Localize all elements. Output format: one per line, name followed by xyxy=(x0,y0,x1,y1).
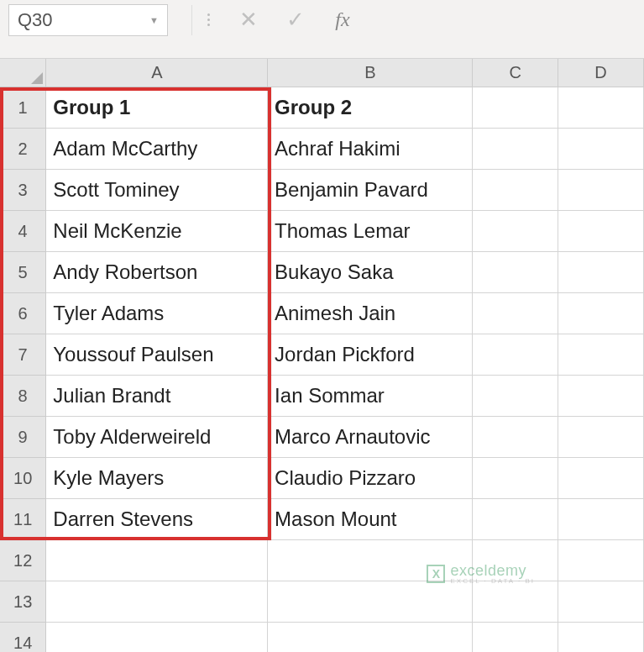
cell-a10[interactable]: Kyle Mayers xyxy=(46,458,268,499)
cell-c2[interactable] xyxy=(473,129,558,170)
cell-a2[interactable]: Adam McCarthy xyxy=(46,129,268,170)
cell-d12[interactable] xyxy=(558,540,644,581)
table-row: 12 xyxy=(0,540,644,581)
x-icon: ✕ xyxy=(239,7,258,33)
cell-b8[interactable]: Ian Sommar xyxy=(268,376,473,417)
cell-d5[interactable] xyxy=(558,252,644,293)
table-row: 4 Neil McKenzie Thomas Lemar xyxy=(0,211,644,252)
cell-a1[interactable]: Group 1 xyxy=(46,87,268,129)
cell-a14[interactable] xyxy=(46,623,268,652)
name-box[interactable]: Q30 ▼ xyxy=(8,4,168,36)
table-row: 3 Scott Tominey Benjamin Pavard xyxy=(0,170,644,211)
column-header-d[interactable]: D xyxy=(558,59,644,87)
cell-a7[interactable]: Youssouf Paulsen xyxy=(46,334,268,376)
table-row: 7 Youssouf Paulsen Jordan Pickford xyxy=(0,334,644,376)
row-header-2[interactable]: 2 xyxy=(0,129,46,170)
cell-d4[interactable] xyxy=(558,211,644,252)
cell-b10[interactable]: Claudio Pizzaro xyxy=(268,458,473,499)
cell-d7[interactable] xyxy=(558,334,644,376)
row-header-9[interactable]: 9 xyxy=(0,417,46,458)
cell-c1[interactable] xyxy=(473,87,558,129)
row-header-5[interactable]: 5 xyxy=(0,252,46,293)
cell-c14[interactable] xyxy=(473,623,558,652)
cell-d2[interactable] xyxy=(558,129,644,170)
row-header-8[interactable]: 8 xyxy=(0,376,46,417)
table-row: 8 Julian Brandt Ian Sommar xyxy=(0,376,644,417)
table-row: 14 xyxy=(0,623,644,652)
row-header-7[interactable]: 7 xyxy=(0,334,46,376)
cell-d13[interactable] xyxy=(558,581,644,623)
column-header-a[interactable]: A xyxy=(46,59,268,87)
cell-a13[interactable] xyxy=(46,581,268,623)
table-row: 1 Group 1 Group 2 xyxy=(0,87,644,129)
cell-d14[interactable] xyxy=(558,623,644,652)
cell-d9[interactable] xyxy=(558,417,644,458)
cell-c9[interactable] xyxy=(473,417,558,458)
cell-d1[interactable] xyxy=(558,87,644,129)
cell-b6[interactable]: Animesh Jain xyxy=(268,293,473,334)
cell-b14[interactable] xyxy=(268,623,473,652)
table-row: 10 Kyle Mayers Claudio Pizzaro xyxy=(0,458,644,499)
insert-function-button[interactable]: fx xyxy=(326,5,359,35)
cell-a4[interactable]: Neil McKenzie xyxy=(46,211,268,252)
row-header-1[interactable]: 1 xyxy=(0,87,46,129)
divider xyxy=(191,5,192,35)
cell-c6[interactable] xyxy=(473,293,558,334)
fx-icon: fx xyxy=(335,8,349,31)
cell-b13[interactable] xyxy=(268,581,473,623)
row-header-13[interactable]: 13 xyxy=(0,581,46,623)
cell-b7[interactable]: Jordan Pickford xyxy=(268,334,473,376)
cell-b5[interactable]: Bukayo Saka xyxy=(268,252,473,293)
table-row: 2 Adam McCarthy Achraf Hakimi xyxy=(0,129,644,170)
watermark-subtext: EXCEL · DATA · BI xyxy=(450,578,535,585)
check-icon: ✓ xyxy=(286,7,305,33)
row-header-14[interactable]: 14 xyxy=(0,623,46,652)
cancel-button[interactable]: ✕ xyxy=(232,5,265,35)
column-header-c[interactable]: C xyxy=(473,59,558,87)
select-all-corner[interactable] xyxy=(0,59,46,87)
cell-b3[interactable]: Benjamin Pavard xyxy=(268,170,473,211)
cell-d6[interactable] xyxy=(558,293,644,334)
table-row: 11 Darren Stevens Mason Mount xyxy=(0,499,644,540)
cell-a3[interactable]: Scott Tominey xyxy=(46,170,268,211)
cell-c3[interactable] xyxy=(473,170,558,211)
row-header-11[interactable]: 11 xyxy=(0,499,46,540)
chevron-down-icon[interactable]: ▼ xyxy=(149,15,159,25)
cell-a9[interactable]: Toby Alderweireld xyxy=(46,417,268,458)
row-header-10[interactable]: 10 xyxy=(0,458,46,499)
table-row: 9 Toby Alderweireld Marco Arnautovic xyxy=(0,417,644,458)
cell-d3[interactable] xyxy=(558,170,644,211)
rows: 1 Group 1 Group 2 2 Adam McCarthy Achraf… xyxy=(0,87,644,652)
cell-a12[interactable] xyxy=(46,540,268,581)
row-header-12[interactable]: 12 xyxy=(0,540,46,581)
cell-d11[interactable] xyxy=(558,499,644,540)
cell-a5[interactable]: Andy Robertson xyxy=(46,252,268,293)
cell-a11[interactable]: Darren Stevens xyxy=(46,499,268,540)
cell-b2[interactable]: Achraf Hakimi xyxy=(268,129,473,170)
watermark-icon: X xyxy=(427,565,445,583)
table-row: 5 Andy Robertson Bukayo Saka xyxy=(0,252,644,293)
cell-b1[interactable]: Group 2 xyxy=(268,87,473,129)
row-header-3[interactable]: 3 xyxy=(0,170,46,211)
cell-d8[interactable] xyxy=(558,376,644,417)
row-header-6[interactable]: 6 xyxy=(0,293,46,334)
cell-c7[interactable] xyxy=(473,334,558,376)
cell-c5[interactable] xyxy=(473,252,558,293)
cell-a8[interactable]: Julian Brandt xyxy=(46,376,268,417)
cell-b11[interactable]: Mason Mount xyxy=(268,499,473,540)
name-box-value: Q30 xyxy=(18,9,53,31)
cell-b4[interactable]: Thomas Lemar xyxy=(268,211,473,252)
cell-a6[interactable]: Tyler Adams xyxy=(46,293,268,334)
cell-c10[interactable] xyxy=(473,458,558,499)
drag-handle-icon[interactable] xyxy=(207,13,210,26)
row-header-4[interactable]: 4 xyxy=(0,211,46,252)
cell-c8[interactable] xyxy=(473,376,558,417)
column-header-b[interactable]: B xyxy=(268,59,473,87)
enter-button[interactable]: ✓ xyxy=(279,5,312,35)
table-row: 13 xyxy=(0,581,644,623)
cell-c11[interactable] xyxy=(473,499,558,540)
cell-b9[interactable]: Marco Arnautovic xyxy=(268,417,473,458)
cell-d10[interactable] xyxy=(558,458,644,499)
cell-c13[interactable] xyxy=(473,581,558,623)
cell-c4[interactable] xyxy=(473,211,558,252)
